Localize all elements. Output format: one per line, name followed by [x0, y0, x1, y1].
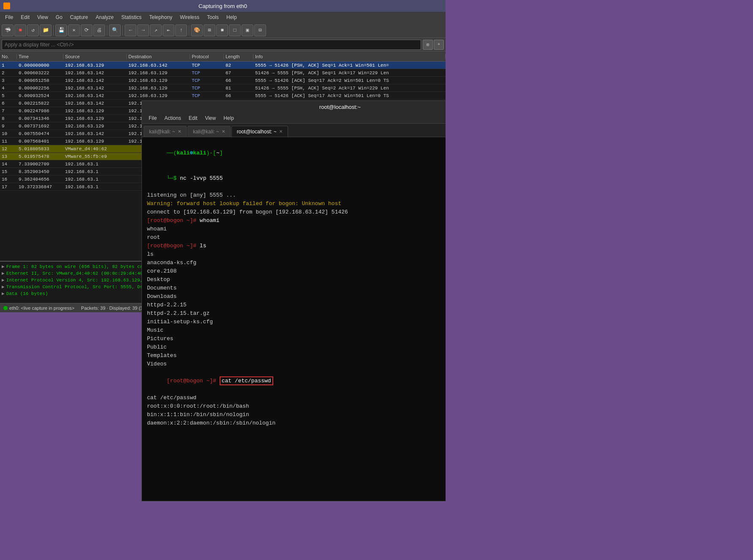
menu-view[interactable]: View [34, 14, 52, 21]
toolbar-shark-fin[interactable]: 🦈 [2, 24, 14, 36]
term-menu-file[interactable]: File [145, 114, 160, 122]
tab-root-close[interactable]: ✕ [279, 129, 283, 134]
toolbar-first[interactable]: ⇤ [163, 24, 174, 36]
packet-len: 66 [224, 93, 253, 98]
toolbar-resize[interactable]: ⊟ [254, 24, 266, 36]
packet-src: 192.168.63.142 [63, 78, 127, 83]
output-httpd: httpd-2.2.15 [147, 302, 187, 308]
toolbar-reload[interactable]: ⟳ [81, 24, 92, 36]
output-documents: Documents [147, 285, 177, 291]
tab-kali-2[interactable]: kali@kali: ~ ✕ [188, 126, 231, 137]
wireshark-icon [3, 3, 10, 9]
menu-capture[interactable]: Capture [67, 14, 92, 21]
toolbar-restart[interactable]: ↺ [27, 24, 39, 36]
toolbar-back[interactable]: ← [125, 24, 136, 36]
tab-kali-2-close[interactable]: ✕ [222, 129, 225, 134]
wireshark-titlebar: Capturing from eth0 [0, 0, 446, 12]
toolbar-prev[interactable]: ↑ [175, 24, 187, 36]
output-music: Music [147, 327, 163, 333]
filter-bar: ⊞ + [0, 38, 446, 51]
packet-no: 17 [0, 184, 17, 189]
output-public: Public [147, 344, 167, 350]
prompt-dir: ~ [216, 150, 220, 156]
packet-time: 0.000000000 [17, 63, 63, 68]
packet-src: VMware_d4:40:62 [63, 146, 127, 151]
packet-len: 67 [224, 70, 253, 76]
toolbar-zoom-in[interactable]: ■ [216, 24, 228, 36]
bottom-area [0, 312, 141, 560]
packet-proto: TCP [190, 63, 224, 68]
output-pictures: Pictures [147, 335, 173, 342]
packet-len: 81 [224, 86, 253, 91]
packet-time: 5.018805833 [17, 146, 63, 151]
capture-status-dot [3, 306, 8, 310]
packet-time: 0.002215822 [17, 101, 63, 106]
packet-no: 8 [0, 116, 17, 121]
menu-tools[interactable]: Tools [204, 14, 222, 21]
filter-config-btn[interactable]: ⊞ [423, 40, 433, 50]
col-time: Time [17, 54, 63, 59]
packet-time: 0.007341346 [17, 116, 63, 121]
packet-row[interactable]: 1 0.000000000 192.168.63.129 192.168.63.… [0, 62, 446, 69]
toolbar-save[interactable]: 💾 [55, 24, 67, 36]
packet-time: 9.362404656 [17, 177, 63, 182]
wireshark-toolbar: 🦈 ■ ↺ 📁 💾 ✕ ⟳ 🖨 🔍 ← → ↗ ⇤ ↑ 🎨 ⊞ ■ □ ▣ ⊟ [0, 23, 446, 38]
right-area [446, 0, 753, 560]
packet-time: 10.372336847 [17, 184, 63, 189]
packet-row[interactable]: 4 0.000902256 192.168.63.142 192.168.63.… [0, 84, 446, 92]
toolbar-autoscroll[interactable]: ⊞ [204, 24, 215, 36]
toolbar-open[interactable]: 📁 [40, 24, 52, 36]
root-prompt-whoami: [root@bogon ~]# [147, 217, 200, 224]
toolbar-goto[interactable]: ↗ [150, 24, 162, 36]
menu-wireless[interactable]: Wireless [177, 14, 203, 21]
term-menu-help[interactable]: Help [220, 114, 237, 122]
filter-add-btn[interactable]: + [434, 40, 444, 50]
toolbar-sep-1 [53, 25, 54, 35]
prompt-dash-3: ] [220, 150, 223, 156]
detail-arrow: ▶ [2, 290, 5, 297]
packet-no: 7 [0, 108, 17, 114]
packet-no: 16 [0, 177, 17, 182]
tab-root[interactable]: root@localhost: ~ ✕ [231, 126, 288, 137]
toolbar-sep-2 [107, 25, 107, 35]
tab-kali-1[interactable]: kali@kali: ~ ✕ [144, 126, 187, 137]
toolbar-forward[interactable]: → [137, 24, 149, 36]
toolbar-stop[interactable]: ■ [14, 24, 26, 36]
toolbar-colorize[interactable]: 🎨 [191, 24, 203, 36]
cmd-ls: ls [200, 243, 207, 249]
packet-no: 4 [0, 86, 17, 91]
packet-row[interactable]: 2 0.000603222 192.168.63.142 192.168.63.… [0, 69, 446, 77]
toolbar-sep-4 [189, 25, 189, 35]
menu-statistics[interactable]: Statistics [118, 14, 145, 21]
packet-dst: 192.168.63.142 [127, 63, 190, 68]
toolbar-close[interactable]: ✕ [68, 24, 80, 36]
term-menu-view[interactable]: View [201, 114, 219, 122]
menu-edit[interactable]: Edit [17, 14, 33, 21]
toolbar-zoom-out[interactable]: □ [229, 24, 241, 36]
filter-input[interactable] [2, 40, 421, 50]
packet-time: 8.352903450 [17, 169, 63, 174]
packet-time: 0.007568401 [17, 139, 63, 144]
packet-dst: 192.168.63.129 [127, 78, 190, 83]
packet-src: 192.168.63.129 [63, 124, 127, 129]
menu-file[interactable]: File [2, 14, 16, 21]
packet-row[interactable]: 3 0.000651258 192.168.63.142 192.168.63.… [0, 77, 446, 84]
toolbar-search[interactable]: 🔍 [109, 24, 121, 36]
menu-go[interactable]: Go [52, 14, 66, 21]
term-menu-actions[interactable]: Actions [161, 114, 184, 122]
packet-row[interactable]: 5 0.000932524 192.168.63.142 192.168.63.… [0, 92, 446, 100]
term-menu-edit[interactable]: Edit [185, 114, 201, 122]
output-cat-echo: cat /etc/passwd [147, 395, 196, 401]
menu-analyze[interactable]: Analyze [92, 14, 117, 21]
filter-buttons: ⊞ + [423, 40, 444, 50]
output-warning: Warning: forward host lookup failed for … [147, 200, 341, 207]
packet-info: 51426 → 5555 [PSH, ACK] Seq=2 Ack=17 Win… [253, 86, 446, 91]
menu-help[interactable]: Help [223, 14, 240, 21]
toolbar-normal-size[interactable]: ▣ [242, 24, 253, 36]
menu-telephony[interactable]: Telephony [146, 14, 176, 21]
tab-kali-1-close[interactable]: ✕ [178, 129, 181, 134]
output-templates: Templates [147, 352, 177, 359]
output-whoami-echo: whoami [147, 226, 167, 232]
detail-arrow: ▶ [2, 270, 5, 277]
toolbar-print[interactable]: 🖨 [93, 24, 105, 36]
